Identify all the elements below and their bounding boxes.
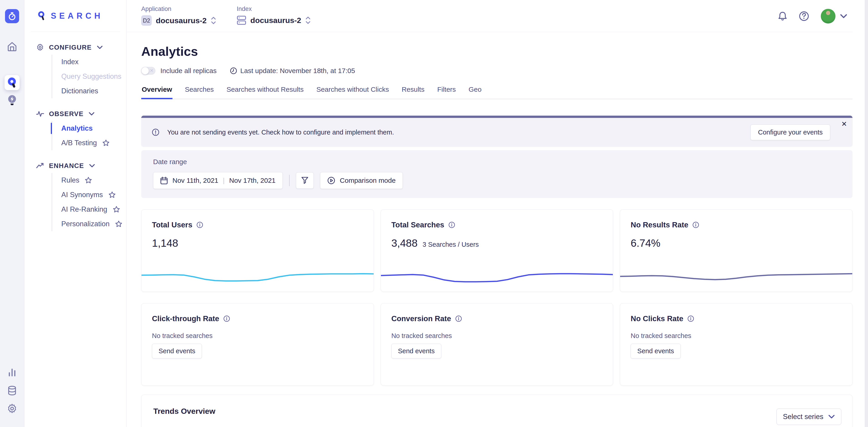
sidebar-item-label: Index (61, 58, 79, 66)
application-selector[interactable]: D2 docusaurus-2 (141, 15, 216, 26)
tab-geo[interactable]: Geo (468, 86, 482, 99)
info-icon[interactable] (455, 315, 462, 322)
comparison-mode-label: Comparison mode (340, 177, 396, 184)
info-icon[interactable] (692, 222, 699, 228)
date-range-label: Date range (153, 158, 841, 166)
scrollbar[interactable] (865, 0, 868, 427)
comparison-mode-button[interactable]: Comparison mode (320, 172, 403, 189)
tab-filters[interactable]: Filters (437, 86, 456, 99)
date-range-picker[interactable]: Nov 11th, 2021 | Nov 17th, 2021 (153, 172, 283, 189)
section-header-configure[interactable]: CONFIGURE (36, 40, 126, 55)
play-circle-icon (327, 176, 335, 185)
chevron-down-icon (828, 415, 835, 419)
sidebar-item-label: Query Suggestions (61, 72, 121, 80)
product-logo[interactable]: SEARCH (24, 0, 126, 32)
gear-icon[interactable] (7, 403, 17, 414)
sidebar-item-label: Personalization (61, 220, 110, 228)
card-click-through-rate: Click-through Rate No tracked searches S… (141, 303, 374, 386)
sidebar-item-query-suggestions[interactable]: Query Suggestions (61, 69, 126, 84)
star-icon (108, 191, 116, 198)
sidebar-item-personalization[interactable]: Personalization (61, 217, 126, 231)
card-no-results-rate: No Results Rate 6.74% (620, 209, 852, 292)
sidebar-item-label: Dictionaries (61, 87, 98, 95)
sidebar: SEARCH CONFIGURE Index Query Suggestions… (24, 0, 126, 427)
calendar-icon (160, 176, 168, 185)
home-icon[interactable] (7, 41, 17, 52)
avatar[interactable] (820, 9, 836, 24)
send-events-button[interactable]: Send events (152, 344, 202, 359)
star-icon (102, 139, 110, 146)
card-title: Total Users (152, 221, 192, 229)
banner-accent-strip (141, 116, 852, 118)
sidebar-section-observe: OBSERVE Analytics A/B Testing (24, 106, 126, 150)
page-title: Analytics (141, 44, 852, 59)
card-value: 3,488 (392, 237, 417, 249)
send-events-button[interactable]: Send events (630, 344, 681, 359)
info-icon[interactable] (223, 315, 230, 322)
main-area: Application D2 docusaurus-2 Index docusa… (127, 0, 868, 427)
configure-events-button[interactable]: Configure your events (750, 125, 830, 140)
sidebar-item-label: Rules (61, 176, 79, 184)
search-product-icon[interactable] (5, 75, 20, 90)
bell-icon[interactable] (778, 11, 787, 22)
chevron-down-icon (89, 164, 95, 167)
trending-up-icon (36, 163, 44, 169)
sidebar-item-ai-synonyms[interactable]: AI Synonyms (61, 188, 126, 202)
section-label: CONFIGURE (49, 44, 92, 51)
events-banner: You are not sending events yet. Check ho… (141, 116, 852, 146)
sidebar-item-ai-re-ranking[interactable]: AI Re-Ranking (61, 202, 126, 217)
tab-results[interactable]: Results (401, 86, 425, 99)
product-logo-text: SEARCH (51, 11, 103, 21)
bar-chart-icon[interactable] (7, 367, 17, 376)
sidebar-item-analytics[interactable]: Analytics (61, 121, 126, 136)
tab-bar: Overview Searches Searches without Resul… (141, 86, 852, 99)
clock-icon (230, 67, 237, 74)
application-selector-group: Application D2 docusaurus-2 (141, 5, 216, 26)
card-value: 6.74% (630, 237, 660, 249)
app-logo-icon[interactable] (5, 9, 19, 23)
trends-title: Trends Overview (153, 407, 844, 416)
banner-message: You are not sending events yet. Check ho… (167, 129, 394, 136)
info-icon[interactable] (448, 222, 455, 228)
recommend-icon[interactable] (7, 95, 17, 106)
gear-icon (36, 43, 44, 51)
info-icon[interactable] (687, 315, 694, 322)
sidebar-item-label: A/B Testing (61, 139, 97, 147)
section-label: OBSERVE (49, 110, 84, 118)
select-series-button[interactable]: Select series (776, 408, 841, 425)
sidebar-item-label: AI Re-Ranking (61, 205, 107, 214)
sidebar-item-rules[interactable]: Rules (61, 173, 126, 188)
tab-searches-without-clicks[interactable]: Searches without Clicks (316, 86, 389, 99)
sidebar-item-label: Analytics (61, 124, 93, 132)
tab-searches[interactable]: Searches (184, 86, 214, 99)
section-header-enhance[interactable]: ENHANCE (36, 158, 126, 173)
filter-button[interactable] (296, 172, 314, 189)
section-header-observe[interactable]: OBSERVE (36, 106, 126, 121)
card-value: 1,148 (152, 237, 178, 249)
search-logo-icon (37, 11, 46, 21)
toggle-off-x-icon: ✕ (150, 68, 154, 73)
include-replicas-toggle[interactable]: ✕ (141, 67, 155, 75)
account-chevron-down-icon[interactable] (840, 14, 847, 19)
send-events-button[interactable]: Send events (392, 344, 441, 359)
sidebar-item-dictionaries[interactable]: Dictionaries (61, 84, 126, 98)
card-conversion-rate: Conversion Rate No tracked searches Send… (381, 303, 613, 386)
help-icon[interactable] (799, 11, 809, 22)
tab-overview[interactable]: Overview (141, 86, 173, 99)
filter-icon (301, 177, 308, 184)
no-results-rate-sparkline (620, 268, 852, 287)
sidebar-item-index[interactable]: Index (61, 55, 126, 69)
star-icon (115, 220, 122, 228)
tab-searches-without-results[interactable]: Searches without Results (226, 86, 304, 99)
close-icon[interactable]: ✕ (841, 121, 847, 128)
info-icon[interactable] (196, 222, 203, 228)
date-start: Nov 11th, 2021 (173, 177, 218, 184)
sidebar-item-ab-testing[interactable]: A/B Testing (61, 136, 126, 150)
database-icon[interactable] (7, 386, 17, 396)
app-rail (0, 0, 24, 427)
toggle-knob (142, 67, 149, 74)
card-title: Click-through Rate (152, 314, 219, 323)
trends-overview-section: Trends Overview Select series (141, 395, 852, 427)
star-icon (85, 177, 92, 184)
index-selector[interactable]: docusaurus-2 (237, 15, 311, 25)
